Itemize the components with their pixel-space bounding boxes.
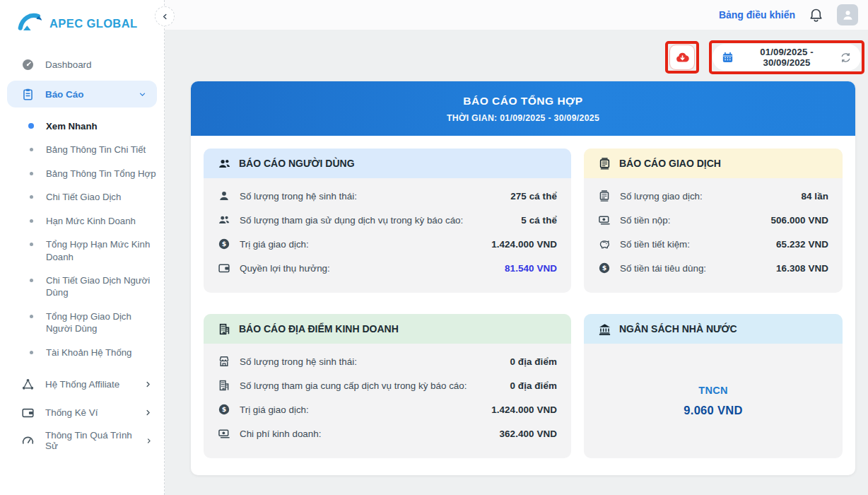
stat-value: 65.232 VND (776, 239, 828, 250)
gauge-icon (21, 58, 35, 71)
stat-value: 5 cá thể (521, 215, 557, 226)
stat-row: Số tiền tái tiêu dùng: 16.308 VND (598, 256, 828, 280)
tncn-label: TNCN (698, 385, 727, 396)
stat-value: 275 cá thể (510, 191, 557, 202)
sidebar-item-bao-cao[interactable]: Báo Cáo (7, 81, 157, 107)
wallet-icon (21, 406, 35, 419)
stat-row: Chi phí kinh doanh: 362.400 VND (218, 421, 557, 446)
receipt-icon (598, 190, 611, 202)
banknote-icon (598, 214, 611, 226)
sidebar-subitem-chi-tiet-giao-dich[interactable]: Chi Tiết Giao Dịch (0, 185, 164, 209)
bullet-dot (30, 172, 33, 175)
chevron-down-icon (138, 90, 147, 99)
sidebar-item-thong-tin-qua-trinh-su[interactable]: Thông Tin Quá Trình Sử (0, 426, 164, 455)
sidebar-item-dashboard[interactable]: Dashboard (0, 51, 164, 78)
sidebar-subitem-tong-hop-han-muc-kinh-doanh[interactable]: Tổng Hợp Hạn Mức Kinh Doanh (0, 233, 164, 269)
user-icon (218, 190, 230, 202)
dollar-circle-icon (218, 403, 230, 416)
stat-value: 16.308 VND (776, 263, 828, 274)
network-icon (21, 378, 35, 391)
sidebar-bottom-group: Hệ Thống Affiliate Thống Kê Ví Thông Tin… (0, 367, 164, 455)
report-cards: BÁO CÁO NGƯỜI DÙNG Số lượng trong hệ sin… (191, 136, 855, 471)
chevron-right-icon (143, 408, 153, 417)
refresh-icon[interactable] (840, 52, 852, 64)
sidebar: APEC GLOBAL Dashboard Báo Cáo Xem Nhanh … (0, 0, 165, 495)
brand-name: APEC GLOBAL (49, 17, 137, 30)
card-transaction-report: BÁO CÁO GIAO DỊCH Số lượng giao dịch: 84… (584, 148, 843, 293)
stat-value: 0 địa điểm (510, 380, 558, 391)
storefront-icon (218, 355, 230, 368)
stat-row: Số tiền nộp: 506.000 VND (598, 208, 828, 232)
stat-row: Số lượng trong hệ sinh thái: 0 địa điểm (218, 349, 557, 373)
bullet-dot (30, 351, 33, 354)
report-panel: BÁO CÁO TỔNG HỢP THỜI GIAN: 01/09/2025 -… (191, 81, 855, 475)
piggy-bank-icon (598, 238, 611, 250)
report-submenu: Xem Nhanh Bảng Thông Tin Chi Tiết Bảng T… (0, 110, 164, 367)
sidebar-subitem-chi-tiet-giao-dich-nguoi-dung[interactable]: Chi Tiết Giao Dịch Người Dùng (0, 269, 164, 305)
brand-logo[interactable]: APEC GLOBAL (0, 0, 164, 51)
date-range-picker[interactable]: 01/09/2025 - 30/09/2025 (712, 44, 861, 71)
stat-row: Số lượng tham gia sử dụng dịch vụ trong … (218, 208, 557, 232)
tncn-value: 9.060 VND (684, 404, 742, 417)
chevron-left-icon (160, 12, 170, 21)
users-icon (218, 157, 231, 170)
sidebar-item-label: Dashboard (45, 59, 92, 70)
sidebar-subitem-xem-nhanh[interactable]: Xem Nhanh (0, 115, 164, 138)
cloud-download-icon (675, 50, 690, 65)
sidebar-item-label: Báo Cáo (45, 89, 83, 100)
stat-value: 1.424.000 VND (491, 404, 557, 415)
bullet-dot (30, 219, 33, 223)
gauge-icon (21, 434, 35, 448)
chevron-right-icon (145, 436, 153, 446)
report-period: THỜI GIAN: 01/09/2025 - 30/09/2025 (447, 113, 599, 123)
stat-value: 0 địa điểm (510, 356, 558, 367)
highlight-box-export (665, 41, 699, 74)
calendar-icon (722, 52, 734, 64)
card-header: BÁO CÁO ĐỊA ĐIỂM KINH DOANH (204, 314, 571, 344)
dashboard-link[interactable]: Bảng điều khiển (719, 9, 795, 21)
stat-value-highlighted: 81.540 VND (505, 263, 557, 274)
stat-row: Số lượng tham gia cung cấp dịch vụ trong… (218, 373, 557, 397)
sidebar-subitem-tai-khoan-he-thong[interactable]: Tài Khoản Hệ Thống (0, 341, 164, 364)
card-state-budget: NGÂN SÁCH NHÀ NƯỚC TNCN 9.060 VND (584, 314, 843, 458)
card-header: BÁO CÁO GIAO DỊCH (584, 148, 843, 178)
stat-row: Số lượng giao dịch: 84 lần (598, 184, 828, 208)
notification-bell-icon[interactable] (808, 7, 824, 23)
report-banner: BÁO CÁO TỔNG HỢP THỜI GIAN: 01/09/2025 -… (191, 81, 855, 136)
bullet-dot (30, 279, 33, 282)
sidebar-subitem-tong-hop-giao-dich-nguoi-dung[interactable]: Tổng Hợp Giao Dịch Người Dùng (0, 305, 164, 341)
dollar-circle-icon (218, 238, 230, 250)
bullet-dot (30, 148, 33, 151)
card-header: NGÂN SÁCH NHÀ NƯỚC (584, 314, 843, 344)
stat-value: 506.000 VND (771, 215, 829, 226)
highlight-box-date-range: 01/09/2025 - 30/09/2025 (709, 40, 864, 74)
card-header: BÁO CÁO NGƯỜI DÙNG (204, 148, 571, 178)
sidebar-subitem-han-muc-kinh-doanh[interactable]: Hạn Mức Kinh Doanh (0, 209, 164, 233)
building-icon (218, 322, 231, 336)
clipboard-icon (21, 88, 35, 101)
export-button[interactable] (669, 45, 695, 70)
stat-value: 362.400 VND (500, 429, 558, 439)
bullet-dot (28, 123, 34, 129)
sidebar-collapse-button[interactable] (155, 6, 175, 26)
banknote-icon (218, 427, 230, 440)
sidebar-item-he-thong-affiliate[interactable]: Hệ Thống Affiliate (0, 370, 164, 398)
chevron-right-icon (143, 380, 153, 389)
sidebar-item-thong-ke-vi[interactable]: Thống Kê Ví (0, 398, 164, 426)
sidebar-subitem-bang-thong-tin-tong-hop[interactable]: Bảng Thông Tin Tổng Hợp (0, 162, 164, 185)
bullet-dot (30, 315, 33, 318)
bullet-dot (30, 195, 33, 199)
users-icon (218, 214, 230, 226)
receipt-icon (598, 157, 611, 170)
stat-value: 84 lần (801, 191, 828, 202)
card-user-report: BÁO CÁO NGƯỜI DÙNG Số lượng trong hệ sin… (204, 148, 571, 293)
brand-logo-icon (16, 10, 45, 37)
sidebar-subitem-bang-thong-tin-chi-tiet[interactable]: Bảng Thông Tin Chi Tiết (0, 138, 164, 161)
sidebar-nav: Dashboard Báo Cáo Xem Nhanh Bảng Thông T… (0, 51, 164, 455)
avatar[interactable] (837, 4, 858, 25)
bank-icon (598, 322, 611, 336)
topbar: Bảng điều khiển (165, 0, 868, 30)
wallet-icon (218, 262, 230, 274)
stat-value: 1.424.000 VND (491, 239, 557, 250)
stat-row: Số lượng trong hệ sinh thái: 275 cá thể (218, 184, 557, 208)
